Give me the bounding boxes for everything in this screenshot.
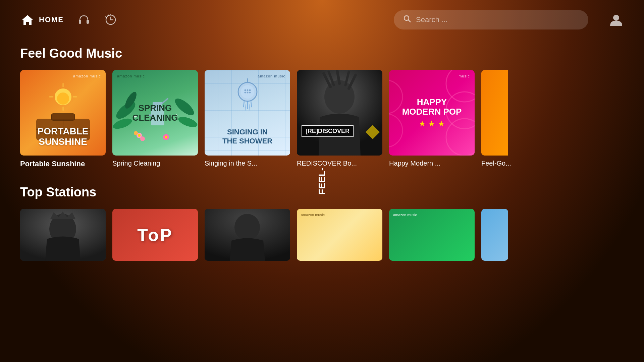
station-4-content: amazon music [297,209,382,261]
svg-point-64 [234,214,260,241]
station-card-6-partial[interactable] [481,209,508,261]
shower-card-text: SINGING INTHE SHOWER [222,128,272,145]
feel-good-cards-row: amazon music [20,70,624,168]
station-5-amazon-label: amazon music [393,213,471,217]
pop-card-text: HAPPYMODERN POP [402,97,462,116]
feelgood-text-container: FEEL- [481,70,508,156]
portable-sunshine-card-text: PORTABLESUNSHINE [38,126,89,147]
card-feel-good-partial[interactable]: FEEL- Feel-Go... [481,70,511,168]
pop-stars: ★ ★ ★ [419,119,445,128]
main-content: HOME Search ... [0,0,644,362]
station-card-4[interactable]: amazon music [297,209,382,261]
spring-cleaning-card-text: SPRINGCLEANING [132,103,178,122]
station-5-content: amazon music [389,209,475,261]
station-card-3[interactable] [205,209,290,261]
station-1-illustration [20,209,106,261]
station-card-1[interactable] [20,209,106,261]
station-3-illustration [205,209,290,261]
top-station-text: ToP [137,225,173,245]
station-card-5[interactable]: amazon music [389,209,475,261]
station-4-amazon-label: amazon music [301,213,378,217]
feel-good-section: Feel Good Music amazon music [0,40,644,175]
station-card-top[interactable]: ToP [112,209,198,261]
